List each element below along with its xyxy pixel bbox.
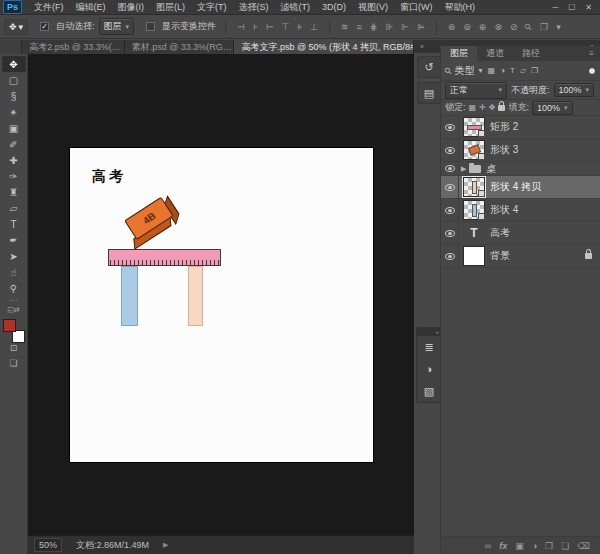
menu-3d[interactable]: 3D(D)	[316, 2, 352, 12]
close-button[interactable]: ✕	[585, 3, 592, 12]
layer-row-text[interactable]: T 高考	[441, 222, 600, 245]
3d-roll-icon[interactable]: ⊚	[461, 22, 473, 32]
document-tab-2[interactable]: 素材.psd @ 33.3%(RG… ✕	[125, 40, 235, 54]
pen-tool[interactable]: ✒	[2, 232, 26, 248]
healing-brush-tool[interactable]: ✚	[2, 152, 26, 168]
layer-row-background[interactable]: 背景	[441, 245, 600, 268]
lock-all-icon[interactable]	[498, 105, 505, 111]
magic-wand-tool[interactable]: ✴	[2, 104, 26, 120]
menu-help[interactable]: 帮助(H)	[439, 1, 482, 14]
current-tool-badge[interactable]: ✥ ▾	[4, 19, 28, 35]
menu-file[interactable]: 文件(F)	[28, 1, 70, 14]
document-tab-1[interactable]: 高考2.psb @ 33.3%(… ✕	[22, 40, 125, 54]
styles-panel-icon[interactable]: ▧	[417, 380, 441, 402]
delete-layer-icon[interactable]: ⌫	[577, 541, 590, 551]
foreground-color-swatch[interactable]	[3, 319, 16, 332]
tab-paths[interactable]: 路径	[513, 46, 549, 61]
history-panel-icon[interactable]: ↺	[417, 56, 441, 78]
3d-slide-icon[interactable]: ⊗	[492, 22, 504, 32]
visibility-toggle[interactable]	[441, 176, 459, 198]
menu-type[interactable]: 文字(T)	[191, 1, 233, 14]
workspace-icon[interactable]: ❐	[538, 22, 550, 32]
distribute-vcenter-icon[interactable]: ≡	[354, 22, 363, 32]
crop-tool[interactable]: ▣	[2, 120, 26, 136]
maximize-button[interactable]: ☐	[568, 3, 575, 12]
new-layer-icon[interactable]: ❏	[561, 541, 569, 551]
add-mask-icon[interactable]: ▣	[515, 541, 524, 551]
visibility-toggle[interactable]	[441, 162, 459, 175]
adjustments-panel-icon[interactable]: ≣	[417, 336, 441, 358]
align-vcenter-icon[interactable]: ⊧	[295, 22, 304, 32]
document-tab-3-active[interactable]: 高考文字.psb @ 50% (形状 4 拷贝, RGB/8#) * ✕	[234, 40, 414, 54]
distribute-top-icon[interactable]: ≋	[339, 22, 351, 32]
brush-tool[interactable]: ✑	[2, 168, 26, 184]
more-tools-icon[interactable]: ⋯	[10, 296, 18, 306]
minimize-button[interactable]: ─	[552, 3, 558, 12]
visibility-toggle[interactable]	[441, 245, 459, 267]
link-layers-icon[interactable]: ∞	[485, 541, 491, 551]
blend-mode-dropdown[interactable]: 正常 ▾	[445, 82, 507, 99]
align-top-icon[interactable]: ⊤	[279, 22, 291, 32]
eraser-tool[interactable]: ▱	[2, 200, 26, 216]
visibility-toggle[interactable]	[441, 139, 459, 161]
layer-group-row[interactable]: ▶ 桌	[441, 162, 600, 176]
status-options-arrow[interactable]: ▶	[163, 541, 168, 549]
tab-layers[interactable]: 图层	[441, 46, 477, 61]
3d-pan-icon[interactable]: ⊕	[477, 22, 489, 32]
layer-row-rect2[interactable]: 矩形 2	[441, 116, 600, 139]
visibility-toggle[interactable]	[441, 199, 459, 221]
layer-row-shape3[interactable]: 形状 3	[441, 139, 600, 162]
fill-field[interactable]: 100% ▾	[532, 101, 573, 115]
filter-type-label[interactable]: 类型	[455, 64, 475, 78]
expand-panel-icon[interactable]: «	[417, 328, 441, 336]
align-right-icon[interactable]: ⊢	[264, 22, 276, 32]
group-expand-icon[interactable]: ▶	[461, 165, 466, 173]
menu-filter[interactable]: 滤镜(T)	[275, 1, 317, 14]
3d-rotate-icon[interactable]: ⊛	[446, 22, 458, 32]
filter-shape-icon[interactable]: ▱	[519, 66, 527, 75]
filter-adjustment-icon[interactable]: ◑	[499, 66, 506, 75]
marquee-tool[interactable]: ▢	[2, 72, 26, 88]
lock-pixels-icon[interactable]: ✛	[479, 103, 486, 112]
layer-row-shape4-copy-selected[interactable]: 形状 4 拷贝	[441, 176, 600, 199]
default-colors-icon[interactable]: ◱⇄	[7, 306, 19, 315]
new-group-icon[interactable]: ❐	[545, 541, 553, 551]
eyedropper-tool[interactable]: ✐	[2, 136, 26, 152]
align-hcenter-icon[interactable]: ⊦	[251, 22, 260, 32]
type-tool[interactable]: T	[2, 216, 26, 232]
align-bottom-icon[interactable]: ⊥	[308, 22, 320, 32]
filter-pixel-icon[interactable]: ▦	[487, 66, 497, 75]
visibility-toggle[interactable]	[441, 116, 459, 138]
menu-layer[interactable]: 图层(L)	[150, 1, 191, 14]
align-left-icon[interactable]: ⊣	[235, 22, 247, 32]
menu-window[interactable]: 窗口(W)	[394, 1, 439, 14]
distribute-right-icon[interactable]: ⊫	[415, 22, 427, 32]
zoom-tool[interactable]: ⚲	[2, 280, 26, 296]
screen-mode-icon[interactable]: ❏	[9, 358, 17, 373]
menu-edit[interactable]: 编辑(E)	[70, 1, 112, 14]
distribute-bottom-icon[interactable]: ⋕	[368, 22, 380, 32]
hand-tool[interactable]: ☝	[2, 264, 26, 280]
filter-type-icon[interactable]: T	[509, 66, 516, 75]
properties-panel-icon[interactable]: ▤	[417, 82, 441, 104]
quick-mask-icon[interactable]: ⊡	[10, 343, 18, 358]
layer-style-icon[interactable]: fx	[499, 541, 507, 551]
search-icon[interactable]: ⚲	[522, 19, 537, 34]
distribute-hcenter-icon[interactable]: ⊩	[399, 22, 411, 32]
tab-channels[interactable]: 通道	[477, 46, 513, 61]
adjustment-layer-icon[interactable]: ◑	[532, 541, 537, 551]
collapse-panels-icon[interactable]: «	[420, 43, 424, 50]
zoom-level-field[interactable]: 50%	[34, 538, 62, 552]
clone-stamp-tool[interactable]: ♜	[2, 184, 26, 200]
auto-select-dropdown[interactable]: 图层 ▾	[99, 18, 135, 35]
auto-select-checkbox[interactable]: ✓	[40, 22, 49, 31]
lock-transparent-icon[interactable]: ▦	[469, 103, 477, 112]
path-selection-tool[interactable]: ➤	[2, 248, 26, 264]
panel-menu-icon[interactable]: ≡	[589, 46, 600, 61]
lasso-tool[interactable]: §	[2, 88, 26, 104]
show-transform-checkbox[interactable]	[146, 22, 155, 31]
artboard[interactable]: 高考 4B	[70, 148, 373, 462]
move-tool[interactable]: ✥	[2, 56, 26, 72]
lock-position-icon[interactable]: ✥	[489, 103, 496, 112]
menu-image[interactable]: 图像(I)	[112, 1, 151, 14]
